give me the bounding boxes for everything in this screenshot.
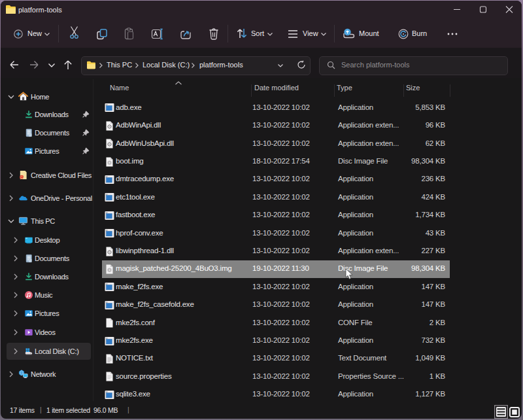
svg-text:Cc: Cc — [20, 175, 25, 179]
